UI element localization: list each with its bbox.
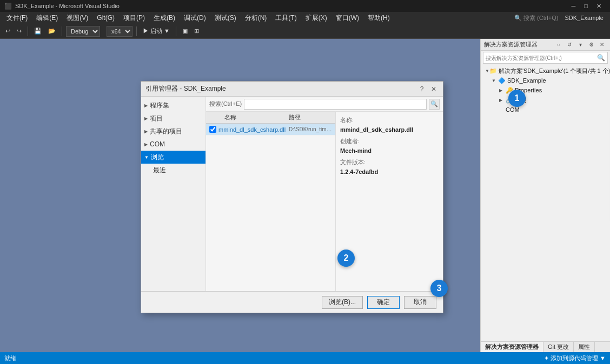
menu-item-analyze[interactable]: 分析(N) [241, 12, 271, 24]
undo-btn[interactable]: ↩ [3, 25, 12, 37]
nav-recent[interactable]: 最近 [141, 164, 205, 177]
maximize-btn[interactable]: □ [580, 3, 592, 9]
dialog-right: 搜索(Ctrl+E) 🔍 名称 路径 mmind_dl_sdk_csharp.d… [206, 97, 443, 291]
dialog-search-input[interactable] [244, 99, 427, 110]
toolbar: ↩ ↪ 💾 📂 Debug x64 ▶ 启动 ▼ ▣ ⊞ [0, 24, 610, 39]
menu-item-edit[interactable]: 编辑(E) [32, 12, 62, 24]
dialog-list-area: 名称 路径 mmind_dl_sdk_csharp.dll D:\SDK\run… [206, 112, 336, 291]
panel-search-bar[interactable]: 🔍 [483, 52, 608, 64]
debug-config-select[interactable]: Debug [66, 26, 100, 37]
minimize-btn[interactable]: ─ [567, 3, 580, 9]
separator-5 [176, 26, 176, 36]
tree-solution[interactable]: ▼ 📁 解决方案'SDK_Example'(1 个项目/共 1 个) [481, 66, 610, 76]
separator-4 [136, 26, 137, 36]
tree-properties[interactable]: ▶ 🔑 Properties [481, 85, 610, 95]
extra-btn-1[interactable]: ▣ [180, 25, 190, 37]
nav-com[interactable]: ▶ COM [141, 138, 205, 151]
menu-item-window[interactable]: 窗口(W) [331, 12, 363, 24]
detail-name-label: 名称: [340, 116, 439, 124]
panel-close-btn[interactable]: ✕ [597, 40, 607, 50]
cancel-btn[interactable]: 取消 [404, 296, 436, 309]
shared-arrow: ▶ [144, 129, 148, 134]
browse-btn[interactable]: 浏览(B)... [322, 296, 363, 309]
detail-name-value: mmind_dl_sdk_csharp.dll [340, 126, 439, 133]
dialog-list-header: 名称 路径 [206, 112, 335, 124]
nav-shared[interactable]: ▶ 共享的项目 [141, 125, 205, 138]
search-placeholder: 搜索 (Ctrl+Q) [523, 15, 558, 21]
menu-item-tools[interactable]: 工具(T) [271, 12, 301, 24]
badge-2: 2 [337, 250, 355, 267]
dialog-title-text: 引用管理器 - SDK_Example [145, 84, 226, 93]
dialog-footer: 浏览(B)... 确定 取消 [141, 291, 443, 313]
panel-collapse-btn[interactable]: ▾ [575, 40, 585, 50]
title-bar: ⬛ SDK_Example - Microsoft Visual Studio … [0, 0, 610, 12]
status-text: 就绪 [4, 354, 16, 362]
menu-item-help[interactable]: 帮助(H) [363, 12, 394, 24]
tree-com[interactable]: COM [481, 105, 610, 114]
tree-project[interactable]: ▼ 🔷 SDK_Example [481, 76, 610, 85]
search-icon: 🔍 [597, 54, 605, 62]
save-btn[interactable]: 💾 [32, 25, 44, 37]
list-item-0[interactable]: mmind_dl_sdk_csharp.dll D:\SDK\run_time\… [206, 124, 335, 136]
browse-label: 浏览 [151, 153, 164, 162]
project-nav-label: 项目 [150, 114, 163, 123]
menu-item-build[interactable]: 生成(B) [149, 12, 180, 24]
ok-btn[interactable]: 确定 [367, 296, 400, 309]
menu-item-view[interactable]: 视图(V) [62, 12, 92, 24]
shared-label: 共享的项目 [150, 127, 182, 136]
project-icon: 🔷 [498, 77, 506, 84]
references-arrow: ▶ [499, 98, 506, 103]
nav-assemblies[interactable]: ▶ 程序集 [141, 99, 205, 112]
panel-settings-btn[interactable]: ⚙ [586, 40, 596, 50]
panel-search-input[interactable] [486, 55, 597, 61]
item-checkbox[interactable] [209, 126, 216, 133]
tree-references[interactable]: ▶ 🔗 引用 [481, 95, 610, 105]
extra-btn-2[interactable]: ⊞ [192, 25, 201, 37]
search-box[interactable]: 🔍 搜索 (Ctrl+Q) [512, 14, 561, 22]
com-label: COM [506, 106, 520, 113]
title-bar-text: SDK_Example - Microsoft Visual Studio [15, 3, 567, 9]
nav-browse[interactable]: ▼ 浏览 [141, 151, 205, 164]
detail-version-label: 文件版本: [340, 158, 439, 166]
nav-project[interactable]: ▶ 项目 [141, 112, 205, 125]
menu-item-file[interactable]: 文件(F) [2, 12, 32, 24]
tab-git-changes[interactable]: Git 更改 [543, 342, 574, 352]
tab-solution-explorer[interactable]: 解决方案资源管理器 [481, 342, 543, 352]
close-btn[interactable]: ✕ [592, 3, 606, 10]
app-title-display: SDK_Example [560, 15, 608, 21]
search-execute-btn[interactable]: 🔍 [429, 99, 440, 110]
panel-title: 解决方案资源管理器 [484, 41, 538, 49]
detail-creator-value: Mech-mind [340, 147, 439, 154]
menu-item-project[interactable]: 项目(P) [119, 12, 149, 24]
solution-label: 解决方案'SDK_Example'(1 个项目/共 1 个) [499, 67, 610, 75]
panel-tabs: 解决方案资源管理器 Git 更改 属性 [481, 341, 610, 352]
menu-item-test[interactable]: 测试(S) [210, 12, 241, 24]
path-col[interactable]: 路径 [289, 113, 332, 122]
redo-btn[interactable]: ↪ [15, 25, 24, 37]
platform-select[interactable]: x64 [107, 26, 132, 37]
search-label: 搜索(Ctrl+E) [209, 100, 242, 108]
panel-refresh-btn[interactable]: ↺ [565, 40, 574, 50]
menu-item-git[interactable]: Git(G) [92, 12, 119, 24]
menu-item-debug[interactable]: 调试(D) [180, 12, 210, 24]
menu-item-extensions[interactable]: 扩展(X) [301, 12, 331, 24]
dialog-close-btn[interactable]: ✕ [429, 84, 439, 94]
run-btn[interactable]: ▶ 启动 ▼ [141, 25, 172, 37]
status-bar: 就绪 ✦ 添加到源代码管理 ▼ [0, 352, 610, 364]
search-icon: 🔍 [514, 15, 522, 21]
badge-1: 1 [508, 90, 526, 107]
panel-sync-btn[interactable]: ↔ [554, 40, 563, 50]
assemblies-label: 程序集 [150, 101, 169, 110]
separator-1 [28, 26, 28, 36]
reference-manager-dialog: 引用管理器 - SDK_Example ? ✕ ▶ 程序集 ▶ 项目 ▶ 共享的… [141, 81, 443, 313]
tab-properties[interactable]: 属性 [574, 342, 595, 352]
name-col[interactable]: 名称 [224, 113, 284, 122]
source-control-btn[interactable]: ✦ 添加到源代码管理 ▼ [544, 354, 606, 362]
project-label: SDK_Example [507, 77, 546, 84]
panel-title-bar: 解决方案资源管理器 ↔ ↺ ▾ ⚙ ✕ [481, 39, 610, 51]
menu-bar: 文件(F) 编辑(E) 视图(V) Git(G) 项目(P) 生成(B) 调试(… [0, 12, 610, 24]
open-btn[interactable]: 📂 [46, 25, 58, 37]
browse-arrow: ▼ [144, 155, 149, 160]
dialog-left-nav: ▶ 程序集 ▶ 项目 ▶ 共享的项目 ▶ COM ▼ 浏览 最近 [141, 97, 206, 291]
dialog-help-btn[interactable]: ? [417, 84, 427, 94]
